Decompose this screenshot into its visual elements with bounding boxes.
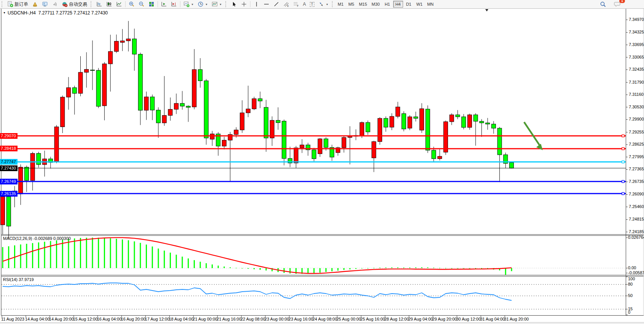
fibonacci-tool-button[interactable]: F — [291, 0, 301, 8]
cursor-icon — [231, 1, 237, 7]
notification-badge: 1 — [619, 0, 625, 3]
autotrading-icon — [62, 1, 68, 7]
timeframe-bar: M1M5M15M30H1H4D1W1MN — [336, 1, 435, 8]
tile-windows-button[interactable] — [147, 0, 156, 8]
search-icon — [600, 1, 606, 8]
candlesticks — [1, 21, 514, 238]
line-handle[interactable] — [622, 148, 624, 150]
line-handle[interactable] — [622, 135, 624, 137]
arrows-tool-button[interactable]: ▼ — [316, 0, 330, 8]
monitor-icon — [42, 1, 48, 7]
notifications-button[interactable]: 1 — [612, 0, 623, 8]
new-order-button[interactable]: 新订单 — [5, 0, 30, 8]
period-button[interactable]: ▼ — [196, 0, 210, 8]
trendline-icon — [273, 1, 279, 7]
candle-chart-icon — [106, 1, 112, 7]
chevron-down-icon: ▼ — [326, 3, 328, 6]
cone-icon — [32, 1, 38, 7]
candle-chart-button[interactable] — [104, 0, 114, 8]
equidistant-channel-icon: E — [283, 1, 289, 7]
chart-svg — [0, 0, 644, 324]
timeframe-button-d1[interactable]: D1 — [404, 1, 414, 8]
crosshair-tool-button[interactable] — [239, 0, 249, 8]
crosshair-icon — [241, 1, 247, 7]
auto-scroll-icon — [161, 1, 167, 7]
vertical-line-tool-button[interactable] — [252, 0, 261, 8]
toolbar-grip[interactable] — [332, 1, 335, 7]
auto-scroll-button[interactable] — [159, 0, 169, 8]
timeframe-button-m15[interactable]: M15 — [357, 1, 369, 8]
toolbar: 新订单 — [0, 0, 644, 9]
autotrading-label: 自动交易 — [69, 1, 87, 8]
line-handle[interactable] — [2, 180, 4, 183]
chart-shift-button[interactable] — [169, 0, 179, 8]
text-icon: A — [303, 2, 306, 7]
chevron-down-icon: ▼ — [219, 3, 222, 6]
svg-text:E: E — [287, 5, 289, 7]
autotrading-button[interactable]: 自动交易 — [60, 0, 89, 8]
line-handle[interactable] — [2, 135, 4, 137]
line-handle[interactable] — [2, 161, 4, 163]
line-handle[interactable] — [622, 180, 624, 183]
chart-shift-marker[interactable] — [485, 9, 488, 11]
line-chart-button[interactable] — [114, 0, 124, 8]
trendline-tool-button[interactable] — [271, 0, 281, 8]
channel-tool-button[interactable]: E — [281, 0, 291, 8]
search-button[interactable] — [598, 0, 608, 8]
new-chart-icon — [183, 1, 190, 7]
horizontal-line-tool-button[interactable] — [261, 0, 271, 8]
new-order-label: 新订单 — [14, 1, 28, 8]
zoom-in-icon — [129, 1, 135, 7]
cursor-tool-button[interactable] — [229, 0, 239, 8]
toolbar-separator — [158, 1, 158, 7]
text-label-icon: T — [310, 2, 314, 7]
rsi-line — [3, 283, 512, 300]
template-icon — [212, 1, 218, 7]
new-order-icon — [7, 1, 13, 7]
text-tool-button[interactable]: A — [301, 0, 308, 8]
window-bottom-edge — [0, 322, 644, 324]
zoom-in-button[interactable] — [127, 0, 137, 8]
new-chart-button[interactable]: ▼ — [182, 0, 196, 8]
timeframe-button-m30[interactable]: M30 — [370, 1, 381, 8]
zoom-out-icon — [139, 1, 145, 7]
chevron-down-icon: ▼ — [205, 3, 208, 6]
vertical-line-icon — [253, 1, 260, 7]
line-handle[interactable] — [2, 148, 4, 150]
timeframe-button-w1[interactable]: W1 — [414, 1, 425, 8]
chart-canvas[interactable] — [0, 8, 644, 324]
signal-icon — [52, 1, 58, 7]
toolbar-separator — [250, 1, 250, 7]
timeframe-button-mn[interactable]: MN — [425, 1, 435, 8]
timeframe-button-h1[interactable]: H1 — [383, 1, 392, 8]
chart-shift-icon — [171, 1, 177, 7]
timeframe-button-m1[interactable]: M1 — [336, 1, 346, 8]
line-chart-icon — [116, 1, 122, 7]
horizontal-line-icon — [263, 1, 269, 7]
toolbar-grip[interactable] — [2, 1, 4, 7]
timeframe-button-h4[interactable]: H4 — [393, 1, 403, 8]
toolbar-separator — [180, 1, 180, 7]
mt4-window: 新订单 — [0, 0, 644, 324]
template-button[interactable]: ▼ — [210, 0, 224, 8]
clock-icon — [198, 1, 204, 7]
symbols-button[interactable] — [30, 0, 40, 8]
chevron-down-icon: ▼ — [191, 3, 194, 6]
svg-text:F: F — [297, 5, 298, 7]
arrows-icon — [318, 1, 324, 7]
tile-windows-icon — [148, 1, 155, 7]
bar-chart-icon — [96, 1, 102, 7]
toolbar-separator — [125, 1, 126, 7]
text-label-tool-button[interactable]: T — [308, 0, 316, 8]
terminal-button[interactable] — [40, 0, 50, 8]
signal-button[interactable] — [50, 0, 60, 8]
zoom-out-button[interactable] — [137, 0, 147, 8]
bar-chart-button[interactable] — [94, 0, 104, 8]
line-handle[interactable] — [2, 192, 4, 195]
toolbar-grip[interactable] — [91, 1, 93, 7]
line-handle[interactable] — [622, 192, 624, 195]
timeframe-button-m5[interactable]: M5 — [346, 1, 356, 8]
fibonacci-icon: F — [293, 1, 299, 7]
line-handle[interactable] — [622, 161, 624, 163]
toolbar-grip[interactable] — [225, 1, 228, 7]
